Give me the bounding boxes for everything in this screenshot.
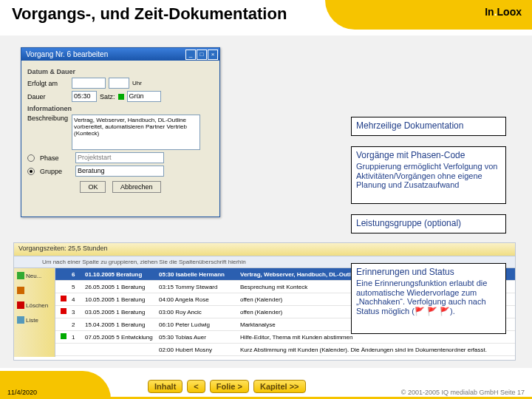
gruppe-select[interactable]: Beratung <box>75 166 164 177</box>
grid-sidebar: Neu... Löschen Liste <box>14 268 55 357</box>
nav-inhalt[interactable]: Inhalt <box>148 380 183 393</box>
uhr-label: Uhr <box>132 80 142 86</box>
plus-icon <box>17 272 24 279</box>
footer-nav: Inhalt < Folie > Kapitel >> <box>148 380 306 393</box>
dialog-titlebar[interactable]: Vorgang Nr. 6 bearbeiten _ □ × <box>21 48 219 61</box>
satz-label: Satz: <box>100 93 115 100</box>
gruppe-label: Gruppe <box>40 168 72 175</box>
close-button[interactable]: × <box>208 50 218 60</box>
dauer-field[interactable]: 05:30 <box>72 91 97 102</box>
x-icon <box>17 301 24 309</box>
cancel-button[interactable]: Abbrechen <box>112 181 161 193</box>
phase-radio[interactable] <box>27 154 35 162</box>
slide-body: Vorgang Nr. 6 bearbeiten _ □ × Datum & D… <box>0 35 532 368</box>
list-icon <box>17 316 24 324</box>
slide-header: Vorgangs-, und Zeit-Dokumentation In.Loo… <box>0 0 532 35</box>
nav-prev[interactable]: < <box>187 380 205 393</box>
footer-copy: © 2001-2005 IQ medialab GmbH Seite 17 <box>401 389 525 396</box>
arrow-icon <box>17 287 24 294</box>
nav-next[interactable]: Folie > <box>210 380 249 393</box>
grid-header: Vorgangszeiten: 25,5 Stunden <box>14 243 515 256</box>
ok-button[interactable]: OK <box>80 181 106 193</box>
section-datum: Datum & Dauer <box>27 68 214 75</box>
edit-dialog: Vorgang Nr. 6 bearbeiten _ □ × Datum & D… <box>21 47 220 217</box>
slide-footer: 11/4/2020 Inhalt < Folie > Kapitel >> © … <box>0 368 532 399</box>
open-button[interactable] <box>14 283 55 298</box>
delete-button[interactable]: Löschen <box>14 298 55 313</box>
list-button[interactable]: Liste <box>14 313 55 327</box>
callout-doc: Mehrzeilige Dokumentation <box>351 117 506 136</box>
flag-icon <box>61 308 66 314</box>
date-field[interactable] <box>72 78 106 89</box>
maximize-button[interactable]: □ <box>197 50 207 60</box>
phase-label: Phase <box>40 154 72 162</box>
table-row[interactable]: 02:00 Hubert MosnyKurz Abstimmung mit Ku… <box>55 344 515 356</box>
minimize-button[interactable]: _ <box>185 50 196 60</box>
beschr-label: Beschreibung <box>27 115 69 122</box>
dialog-title-text: Vorgang Nr. 6 bearbeiten <box>26 50 108 58</box>
callout-phase: Vorgänge mit Phasen-CodeGruppierung ermö… <box>351 146 506 204</box>
callout-gruppe: Leistungsgruppe (optional) <box>351 214 506 233</box>
callout-status: Erinnerungen und StatusEine Erinnerungsf… <box>351 263 506 334</box>
gruppe-radio[interactable] <box>27 168 35 175</box>
new-button[interactable]: Neu... <box>14 268 55 283</box>
flag-icon <box>61 333 66 339</box>
brand-logo: In.Loox <box>485 6 522 18</box>
flag-icon <box>61 296 66 301</box>
phase-select[interactable]: Projektstart <box>75 152 164 163</box>
nav-chapter[interactable]: Kapitel >> <box>253 380 306 393</box>
erfolgtem-label: Erfolgt am <box>27 80 69 87</box>
beschr-textarea[interactable]: Vertrag, Webserver, Handbuch, DL-Outline… <box>72 115 200 150</box>
time-field[interactable] <box>109 78 129 89</box>
section-info: Informationen <box>27 105 214 112</box>
status-dot-icon <box>118 94 124 100</box>
satz-field[interactable]: Grün <box>127 91 161 102</box>
dauer-label: Dauer <box>27 93 69 100</box>
slide-title: Vorgangs-, und Zeit-Dokumentation <box>12 4 287 24</box>
footer-date: 11/4/2020 <box>7 389 37 396</box>
